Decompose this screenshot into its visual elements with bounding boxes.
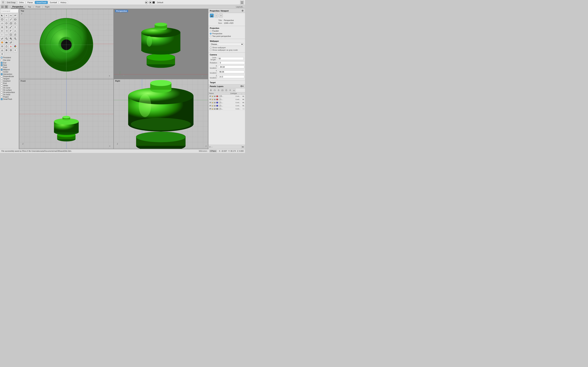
snap-tangent-cb[interactable]	[1, 78, 3, 80]
single-icon[interactable]	[5, 5, 8, 8]
layers-gear[interactable]: ⚙▾	[240, 85, 244, 88]
dim-tool[interactable]	[4, 33, 9, 37]
stop-button[interactable]	[153, 1, 155, 3]
snap-on-polysurface-cb[interactable]	[1, 92, 3, 93]
layer-lock-3[interactable]: 🔒	[211, 105, 214, 107]
osnap-tool[interactable]	[0, 44, 4, 48]
properties-gear[interactable]: ⚙	[242, 9, 244, 12]
extend-tool[interactable]	[4, 29, 9, 33]
viewports-grid[interactable]: x y Top	[19, 9, 208, 149]
scale-tool[interactable]	[9, 25, 13, 29]
layer-settings-btn[interactable]: ⚙▾	[241, 145, 244, 149]
arrow-down-tool[interactable]	[13, 48, 17, 52]
layer-color-0[interactable]	[216, 95, 218, 97]
parallel-radio[interactable]	[210, 30, 212, 32]
layer-print-3[interactable]: 🖨	[214, 105, 216, 107]
car-tool[interactable]	[4, 41, 9, 44]
zoom-ext-tool[interactable]	[13, 37, 17, 41]
fillet-tool[interactable]	[9, 29, 13, 33]
layer-visible-3[interactable]: 👁	[209, 105, 211, 107]
smarttrack-button[interactable]: SmartTrack	[35, 1, 48, 4]
layer-tool-bell[interactable]	[232, 89, 236, 92]
planar-button[interactable]: Planar	[26, 1, 35, 4]
layer-print-2[interactable]: 🖨	[214, 101, 216, 104]
layer-color-4[interactable]	[216, 108, 218, 110]
one-shot-radio[interactable]	[1, 59, 3, 61]
zoom-win-tool[interactable]	[9, 37, 13, 41]
offset-tool[interactable]	[13, 29, 17, 33]
layer-tool-6[interactable]	[228, 89, 232, 92]
layout-icon[interactable]	[240, 0, 244, 4]
marker-tool[interactable]	[9, 44, 13, 48]
ortho-button[interactable]: Ortho	[17, 1, 26, 4]
layer-color-tool[interactable]	[13, 44, 17, 48]
layer-lock-4[interactable]: 🔒	[211, 108, 214, 110]
layer-tool-3[interactable]	[217, 89, 220, 92]
render-tool[interactable]	[0, 41, 4, 44]
layer-visible-2[interactable]: 👁	[209, 101, 211, 104]
snap-end-cb[interactable]: ✓	[1, 62, 3, 64]
layer-color-3[interactable]	[216, 105, 218, 107]
snap-point-cb[interactable]	[1, 67, 3, 68]
history-button[interactable]: History	[59, 1, 68, 4]
play-button[interactable]: ▶	[145, 1, 148, 4]
layer-row-0[interactable]: 👁 🔒 🖨 D... Conti... ◆ [	[208, 95, 245, 98]
viewport-top[interactable]: x y Top	[19, 9, 113, 79]
sun-tab[interactable]: ☀	[219, 14, 223, 17]
point-tool[interactable]	[4, 14, 9, 17]
viewport-perspective[interactable]: Z x Perspective	[113, 9, 208, 79]
z-location-input[interactable]	[218, 75, 244, 78]
snap-project-cb[interactable]	[1, 96, 3, 98]
show-grayscale-cb[interactable]	[210, 49, 212, 51]
gumball-button[interactable]: Gumball	[48, 1, 59, 4]
cplane-tool[interactable]	[0, 48, 4, 52]
arrow-up-down-tool[interactable]	[0, 52, 4, 56]
layer-lock-0[interactable]: 🔒	[211, 95, 214, 97]
layer-row-1[interactable]: 👁 🔒 🖨 L... Conti... ◆ [	[208, 98, 245, 101]
layer-material-1[interactable]	[219, 98, 221, 100]
polyline-tool[interactable]	[13, 14, 17, 17]
snap-center-cb[interactable]	[1, 71, 3, 73]
lens-input[interactable]	[218, 57, 244, 60]
show-wallpaper-cb[interactable]	[210, 47, 212, 48]
wallpaper-select[interactable]: Choose...	[210, 43, 244, 46]
viewport-front[interactable]: Z x Front	[19, 79, 113, 149]
persistent-radio[interactable]	[1, 57, 3, 58]
snap-quadrant-cb[interactable]	[1, 80, 3, 82]
layer-material-4[interactable]	[219, 108, 221, 110]
grid4-icon[interactable]	[1, 5, 4, 8]
lock-tool[interactable]	[4, 44, 9, 48]
display-tab[interactable]: □	[214, 14, 218, 17]
box-tool[interactable]	[9, 21, 13, 25]
snap-knot-cb[interactable]	[1, 82, 3, 84]
layer-visible-1[interactable]: 👁	[209, 98, 211, 100]
text-tool[interactable]: T	[0, 33, 4, 37]
layer-color-1[interactable]	[216, 99, 218, 100]
tab-front[interactable]: Front	[34, 5, 42, 8]
rotation-input[interactable]	[219, 61, 245, 64]
layer-print-1[interactable]: 🖨	[214, 98, 216, 100]
move-tool[interactable]	[0, 25, 4, 29]
layer-row-3[interactable]: 👁 🔒 🖨 L... Conti... ◆ [	[208, 104, 245, 107]
snap-on-curve-cb[interactable]	[1, 87, 3, 89]
snap-on-surface-cb[interactable]	[1, 89, 3, 91]
layer-color-2[interactable]	[216, 102, 218, 103]
layer-print-4[interactable]: 🖨	[214, 108, 216, 110]
rect-tool[interactable]	[13, 17, 17, 21]
layer-row-2[interactable]: 👁 🔒 🖨 L... Conti... ◆ [	[208, 101, 245, 104]
layer-tool-4[interactable]	[221, 89, 224, 92]
layer-visible-4[interactable]: 👁	[209, 108, 211, 110]
tab-perspective[interactable]: Perspective	[11, 5, 25, 8]
layer-material-3[interactable]	[219, 105, 221, 107]
layer-row-4[interactable]: 👁 🔒 🖨 L... Conti... ◇ [	[208, 107, 245, 110]
layer-visible-0[interactable]: 👁	[209, 95, 211, 97]
camera-tab[interactable]: 📷	[210, 14, 214, 17]
snap-smarttrack-cb[interactable]: ✓	[1, 98, 3, 100]
twopoint-radio[interactable]	[210, 35, 212, 37]
check-tool[interactable]	[0, 37, 4, 41]
mirror-tool[interactable]	[13, 25, 17, 29]
curve-tool[interactable]	[9, 14, 13, 17]
sphere-tool[interactable]	[4, 21, 9, 25]
arc-tool[interactable]	[4, 17, 9, 21]
rotate-tool[interactable]	[4, 25, 9, 29]
